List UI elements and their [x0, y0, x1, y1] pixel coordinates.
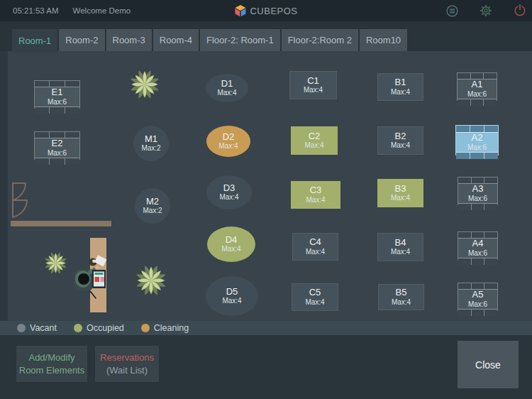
add-modify-label-line1: Add/Modify — [28, 351, 74, 364]
table-capacity: Max:4 — [391, 88, 410, 97]
room-tabs: Room-1Room-2Room-3Room-4Floor-2: Room-1F… — [12, 29, 407, 53]
gear-icon[interactable] — [480, 4, 492, 17]
table-label: M1 — [145, 134, 157, 145]
table-capacity: Max:6 — [468, 300, 487, 309]
tab-floor-2-room-2[interactable]: Floor-2:Room 2 — [282, 29, 358, 51]
table-capacity: Max:4 — [391, 141, 410, 150]
table-label: B4 — [395, 238, 406, 248]
table-E1[interactable]: E1Max:6 — [34, 80, 80, 109]
table-B3[interactable]: B3Max:4 — [377, 179, 423, 207]
table-M1[interactable]: M1Max:2 — [133, 126, 169, 161]
bench-outline-decor — [11, 182, 33, 219]
table-label: D2 — [223, 132, 235, 143]
legend-label: Vacant — [30, 323, 57, 333]
table-capacity: Max:4 — [217, 89, 236, 97]
table-A4[interactable]: A4Max:6 — [458, 231, 498, 260]
table-A5[interactable]: A5Max:6 — [458, 283, 498, 311]
reservations-wait-list-button[interactable]: Reservations (Wait List) — [95, 346, 159, 382]
table-B1[interactable]: B1Max:4 — [377, 73, 423, 101]
table-capacity: Max:4 — [305, 298, 324, 307]
table-D3[interactable]: D3Max:4 — [206, 175, 252, 209]
table-B2[interactable]: B2Max:4 — [377, 126, 423, 155]
table-label: B3 — [395, 184, 406, 195]
table-label: C1 — [307, 76, 319, 87]
table-capacity: Max:2 — [141, 144, 160, 153]
tab-room-4[interactable]: Room-4 — [153, 29, 199, 51]
plant-icon — [43, 251, 68, 275]
table-C5[interactable]: C5Max:4 — [292, 283, 338, 311]
table-capacity: Max:4 — [391, 248, 410, 256]
wall-strip — [0, 51, 8, 321]
table-E2[interactable]: E2Max:6 — [34, 131, 80, 160]
tab-room-1[interactable]: Room-1 — [12, 29, 57, 53]
table-D5[interactable]: D5Max:4 — [206, 276, 258, 316]
table-A3[interactable]: A3Max:6 — [458, 177, 498, 205]
table-D2[interactable]: D2Max:4 — [206, 126, 250, 157]
status-legend: VacantOccupiedCleaning — [0, 321, 532, 335]
table-capacity: Max:4 — [306, 196, 325, 204]
table-B4[interactable]: B4Max:4 — [377, 233, 423, 261]
table-C1[interactable]: C1Max:4 — [289, 71, 337, 99]
wall-bar-decor — [11, 221, 111, 226]
table-capacity: Max:6 — [467, 90, 487, 99]
list-circle-icon[interactable] — [446, 5, 458, 17]
table-label: A1 — [472, 80, 483, 90]
tab-room10[interactable]: Room10 — [360, 29, 407, 51]
seat-row — [458, 258, 497, 264]
seat-row — [35, 132, 79, 138]
table-label: D3 — [223, 183, 235, 194]
table-A1[interactable]: A1Max:6 — [457, 72, 497, 101]
close-button[interactable]: Close — [458, 341, 519, 388]
table-label: D5 — [226, 287, 238, 297]
table-label: B2 — [395, 131, 406, 142]
seat-row — [458, 232, 497, 238]
table-label: E1 — [52, 87, 63, 98]
power-icon[interactable] — [514, 4, 526, 17]
table-capacity: Max:6 — [48, 98, 67, 106]
clock: 05:21:53 AM — [13, 6, 59, 15]
table-label: B1 — [395, 77, 406, 88]
seat-row — [35, 107, 79, 113]
legend-label: Occupied — [87, 323, 124, 333]
tab-room-3[interactable]: Room-3 — [106, 29, 152, 51]
table-capacity: Max:4 — [221, 245, 240, 253]
reservations-label-line1: Reservations — [100, 351, 154, 364]
table-M2[interactable]: M2Max:2 — [135, 188, 170, 224]
brand: CUBEPOS — [234, 0, 297, 21]
seat-row — [458, 73, 497, 79]
table-capacity: Max:6 — [468, 249, 487, 258]
plant-icon — [128, 68, 161, 101]
legend-item-vacant: Vacant — [17, 323, 57, 333]
legend-dot-cleaning — [141, 324, 150, 332]
cubepos-logo-icon — [234, 4, 246, 17]
add-modify-label-line2: Room Elements — [19, 364, 84, 376]
table-D4[interactable]: D4Max:4 — [207, 226, 255, 262]
table-capacity: Max:4 — [391, 194, 410, 202]
table-D1[interactable]: D1Max:4 — [206, 74, 248, 102]
table-A2[interactable]: A2Max:6 — [455, 125, 499, 155]
table-C3[interactable]: C3Max:4 — [291, 181, 340, 209]
table-label: E2 — [52, 138, 63, 149]
add-modify-room-elements-button[interactable]: Add/Modify Room Elements — [16, 346, 87, 382]
table-label: A5 — [472, 290, 484, 300]
table-C2[interactable]: C2Max:4 — [291, 126, 338, 155]
table-capacity: Max:4 — [222, 297, 241, 305]
header: 05:21:53 AM Welcome Demo CUBEPOS — [0, 0, 532, 21]
tab-room-2[interactable]: Room-2 — [59, 29, 104, 51]
table-capacity: Max:4 — [218, 142, 238, 151]
legend-dot-vacant — [17, 324, 26, 332]
table-label: C3 — [310, 185, 322, 196]
legend-dot-occupied — [74, 324, 82, 332]
footer: Add/Modify Room Elements Reservations (W… — [0, 335, 532, 399]
table-label: A3 — [472, 184, 484, 195]
table-label: M2 — [146, 197, 159, 207]
header-actions — [446, 0, 526, 21]
legend-item-cleaning: Cleaning — [141, 323, 189, 333]
table-capacity: Max:6 — [48, 149, 67, 158]
table-C4[interactable]: C4Max:4 — [292, 233, 338, 261]
welcome-text: Welcome Demo — [73, 6, 131, 15]
table-B5[interactable]: B5Max:4 — [378, 284, 424, 310]
tab-floor-2-room-1[interactable]: Floor-2: Room-1 — [200, 29, 280, 51]
table-capacity: Max:6 — [467, 143, 487, 152]
table-label: D1 — [221, 79, 233, 89]
